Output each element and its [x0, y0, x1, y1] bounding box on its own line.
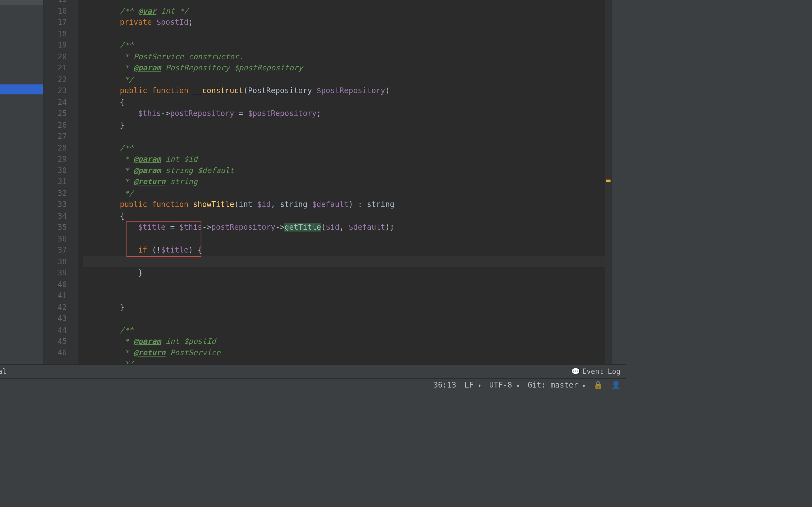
tree-item[interactable]: phpUser.php: [0, 114, 43, 124]
tree-item[interactable]: ▶config: [0, 134, 43, 144]
tree-item[interactable]: ▶vendor: [0, 193, 43, 204]
tree-item[interactable]: phpPostService.php: [0, 84, 43, 94]
status-bar: ✓ 6: TODO ⎇ 9: Version Control ▣ Termina…: [0, 364, 626, 378]
tree-item[interactable]: php_ide_helper.php: [0, 253, 43, 263]
tree-item[interactable]: composer.json: [0, 273, 43, 283]
tree-item[interactable]: artisan: [0, 263, 43, 273]
lock-icon[interactable]: 🔒: [594, 381, 603, 389]
tree-item[interactable]: ▶Policies: [0, 15, 43, 25]
tree-item[interactable]: .env.example: [0, 214, 43, 223]
editor-area: php PostService.php × \App\Services\Post…: [44, 0, 612, 364]
terminal-tool-button[interactable]: ▣ Terminal: [0, 367, 7, 376]
right-tool-tabs: Database: [612, 0, 626, 364]
tree-item[interactable]: ▶database: [0, 144, 43, 154]
tree-item[interactable]: php.phpstorm.meta.php: [0, 243, 43, 253]
error-strip[interactable]: [605, 0, 612, 364]
tree-item[interactable]: ▶Listeners: [0, 5, 43, 15]
highlight-box: [126, 221, 201, 257]
git-branch[interactable]: Git: master ♦: [527, 381, 585, 389]
tree-item[interactable]: phpPostRepository.php: [0, 45, 43, 55]
warning-marker[interactable]: [606, 180, 611, 182]
event-log-button[interactable]: 💬 Event Log: [571, 367, 620, 376]
code-content[interactable]: /** @var PostRepository */ private $post…: [79, 0, 612, 364]
tree-item[interactable]: ▼Repositories: [0, 35, 43, 45]
project-tree[interactable]: ▼ Laravel52PhpStormCodeGeneration_d ▼app…: [0, 0, 43, 364]
line-separator[interactable]: LF ♦: [464, 381, 481, 389]
file-encoding[interactable]: UTF-8 ♦: [489, 381, 519, 389]
tree-item[interactable]: .env: [0, 204, 43, 213]
tree-item[interactable]: ▶public: [0, 154, 43, 164]
tree-item[interactable]: phpAzureSMSService.php: [0, 74, 43, 84]
tree-item[interactable]: phpSMSInterface.php: [0, 95, 43, 104]
inspector-icon[interactable]: 👤: [611, 381, 620, 389]
tree-item[interactable]: phpPost.php: [0, 104, 43, 114]
tree-item[interactable]: ▶Jobs: [0, 0, 43, 5]
tree-item[interactable]: .gitignore: [0, 233, 43, 243]
caret-position[interactable]: 36:13: [433, 381, 456, 389]
tree-item[interactable]: ▶Providers: [0, 25, 43, 35]
tree-item[interactable]: ▶storage: [0, 174, 43, 183]
tree-item[interactable]: ▼Services: [0, 55, 43, 64]
tree-item[interactable]: ▶resources: [0, 164, 43, 174]
chat-bubble-icon: 💬: [571, 367, 580, 376]
line-number-gutter[interactable]: 1112131415161718192021222324252627282930…: [44, 0, 79, 364]
project-panel: 📁 Project ▼ ⊕ ÷ ⚙ ⊟ ▼ Laravel52PhpStormC…: [0, 0, 44, 364]
tree-item[interactable]: ▶bootstrap: [0, 124, 43, 134]
code-editor[interactable]: 1112131415161718192021222324252627282930…: [44, 0, 612, 364]
bottom-info-bar: 36:13 LF ♦ UTF-8 ♦ Git: master ♦ 🔒 👤: [0, 378, 626, 391]
tree-item[interactable]: phpAzurePostService.php: [0, 65, 43, 74]
tree-item[interactable]: ▶tests: [0, 184, 43, 193]
tree-item[interactable]: .gitattributes: [0, 223, 43, 233]
